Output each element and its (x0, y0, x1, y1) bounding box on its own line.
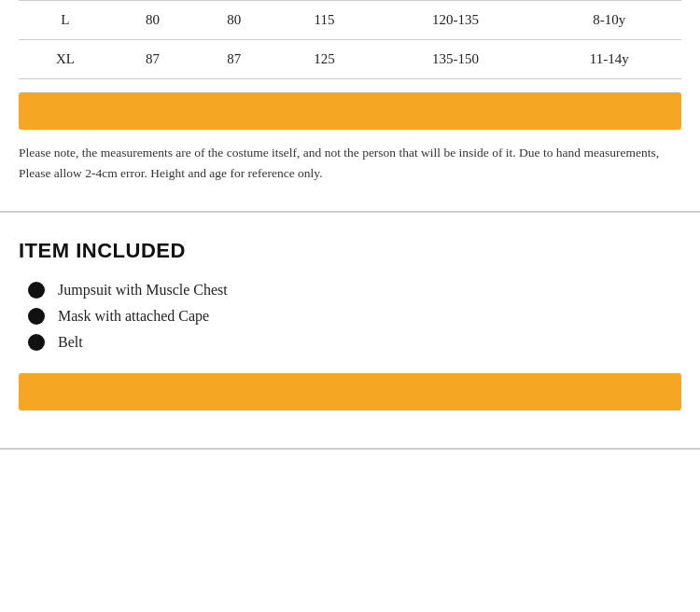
size-table: L 80 80 115 120-135 8-10y XL 87 87 125 1… (19, 0, 681, 79)
item-included-title: ITEM INCLUDED (19, 239, 681, 263)
item-included-section: ITEM INCLUDED Jumpsuit with Muscle Chest… (0, 213, 700, 448)
col4-cell: 135-150 (374, 40, 538, 79)
page-wrapper: L 80 80 115 120-135 8-10y XL 87 87 125 1… (0, 0, 700, 450)
orange-bar-top (19, 92, 681, 130)
list-item: Belt (28, 334, 681, 351)
col5-cell: 11-14y (537, 40, 681, 79)
bullet-dot (28, 308, 45, 325)
size-cell: L (19, 1, 112, 40)
note-text: Please note, the measurements are of the… (19, 143, 681, 202)
list-item: Mask with attached Cape (28, 308, 681, 325)
table-row: XL 87 87 125 135-150 11-14y (19, 40, 681, 79)
col3-cell: 115 (275, 1, 374, 40)
col1-cell: 80 (112, 1, 193, 40)
table-row: L 80 80 115 120-135 8-10y (19, 1, 681, 40)
col4-cell: 120-135 (374, 1, 538, 40)
size-cell: XL (19, 40, 112, 79)
table-section: L 80 80 115 120-135 8-10y XL 87 87 125 1… (0, 0, 700, 211)
bullet-dot (28, 282, 45, 299)
col3-cell: 125 (275, 40, 374, 79)
orange-bar-bottom (19, 373, 681, 410)
item-label: Jumpsuit with Muscle Chest (58, 282, 228, 299)
items-list: Jumpsuit with Muscle Chest Mask with att… (28, 282, 681, 351)
item-label: Belt (58, 334, 83, 351)
item-label: Mask with attached Cape (58, 308, 209, 325)
section-divider-bottom (0, 448, 700, 450)
list-item: Jumpsuit with Muscle Chest (28, 282, 681, 299)
bullet-dot (28, 334, 45, 351)
col1-cell: 87 (112, 40, 193, 79)
col2-cell: 87 (193, 40, 274, 79)
col2-cell: 80 (193, 1, 274, 40)
col5-cell: 8-10y (537, 1, 681, 40)
